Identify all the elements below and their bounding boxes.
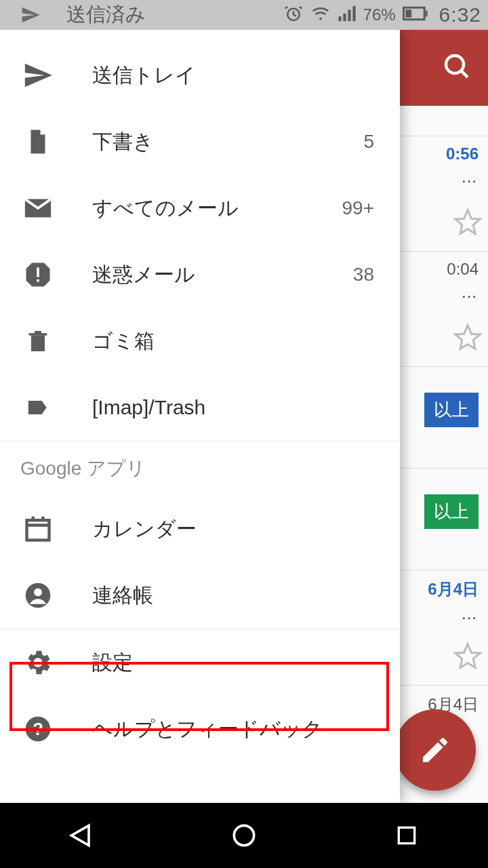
svg-point-17 xyxy=(319,18,322,20)
mail-badge: 以上 xyxy=(424,393,479,427)
drawer-item-drafts[interactable]: 下書き 5 xyxy=(0,108,400,175)
drawer-item-contacts[interactable]: 連絡帳 xyxy=(0,562,400,629)
label-icon xyxy=(20,390,56,425)
drawer-item-settings[interactable]: 設定 xyxy=(0,629,400,696)
drawer-item-help[interactable]: ? ヘルプとフィードバック xyxy=(0,696,400,762)
svg-point-13 xyxy=(34,589,42,597)
battery-percent: 76% xyxy=(363,5,396,24)
drawer-item-label: すべてのメール xyxy=(92,195,342,222)
mail-icon xyxy=(20,191,56,226)
calendar-icon xyxy=(20,511,56,547)
drawer-item-label: 迷惑メール xyxy=(92,261,353,289)
navigation-drawer: 送信トレイ 下書き 5 すべてのメール 99+ 迷惑メール 38 xyxy=(0,30,400,803)
drawer-item-label: 送信トレイ xyxy=(92,62,374,90)
svg-line-1 xyxy=(461,71,468,77)
svg-marker-25 xyxy=(71,825,89,845)
clock: 6:32 xyxy=(439,3,481,26)
drawer-item-count: 5 xyxy=(363,131,380,153)
file-icon xyxy=(20,124,56,159)
svg-point-0 xyxy=(446,56,464,73)
svg-rect-6 xyxy=(37,268,39,277)
back-button[interactable] xyxy=(64,818,99,853)
drawer-item-label: ゴミ箱 xyxy=(92,328,374,355)
svg-rect-19 xyxy=(343,14,346,21)
drawer-item-label: カレンダー xyxy=(92,515,380,543)
drawer-item-label: 設定 xyxy=(92,649,380,677)
trash-icon xyxy=(20,323,56,359)
contacts-icon xyxy=(20,578,56,613)
recent-button[interactable] xyxy=(389,818,424,853)
mail-badge: 以上 xyxy=(424,494,479,529)
star-icon[interactable] xyxy=(453,642,483,671)
svg-rect-21 xyxy=(352,6,355,21)
send-icon xyxy=(14,5,47,25)
svg-marker-4 xyxy=(455,644,481,668)
star-icon[interactable] xyxy=(453,323,483,353)
drawer-item-count: 38 xyxy=(353,264,380,285)
drawer-item-allmail[interactable]: すべてのメール 99+ xyxy=(0,175,400,241)
svg-rect-20 xyxy=(348,9,350,21)
svg-point-26 xyxy=(234,825,253,845)
status-title: 送信済み xyxy=(66,1,146,28)
drawer-item-label: 連絡帳 xyxy=(92,582,380,610)
drawer-item-count: 99+ xyxy=(342,197,380,219)
signal-icon xyxy=(338,4,357,26)
alarm-icon xyxy=(283,3,304,26)
wifi-icon xyxy=(310,3,331,26)
help-icon: ? xyxy=(20,711,56,747)
svg-rect-8 xyxy=(27,520,49,540)
drawer-item-imap-trash[interactable]: [Imap]/Trash xyxy=(0,374,400,441)
drawer-item-label: ヘルプとフィードバック xyxy=(92,715,380,743)
section-header-google-apps: Google アプリ xyxy=(0,441,400,496)
search-icon[interactable] xyxy=(441,50,473,85)
svg-rect-24 xyxy=(425,11,427,17)
svg-rect-7 xyxy=(37,279,39,282)
system-navbar xyxy=(0,803,488,868)
star-icon[interactable] xyxy=(453,208,483,237)
status-bar: 送信済み 76% 6:32 xyxy=(0,0,488,30)
drawer-item-label: 下書き xyxy=(92,128,363,156)
compose-fab[interactable] xyxy=(394,709,476,791)
svg-rect-18 xyxy=(338,16,341,21)
svg-text:?: ? xyxy=(33,719,43,738)
drawer-item-label: [Imap]/Trash xyxy=(92,396,374,419)
svg-rect-23 xyxy=(405,9,411,18)
home-button[interactable] xyxy=(226,818,262,853)
gear-icon xyxy=(20,645,56,680)
drawer-item-trash[interactable]: ゴミ箱 xyxy=(0,308,400,374)
svg-rect-27 xyxy=(399,827,414,843)
svg-marker-2 xyxy=(455,210,481,234)
battery-icon xyxy=(403,6,428,24)
spam-icon xyxy=(20,257,56,292)
drawer-item-calendar[interactable]: カレンダー xyxy=(0,496,400,562)
drawer-item-sent[interactable]: 送信トレイ xyxy=(0,42,400,108)
send-icon xyxy=(20,58,56,93)
drawer-item-spam[interactable]: 迷惑メール 38 xyxy=(0,241,400,308)
svg-marker-3 xyxy=(455,326,481,349)
